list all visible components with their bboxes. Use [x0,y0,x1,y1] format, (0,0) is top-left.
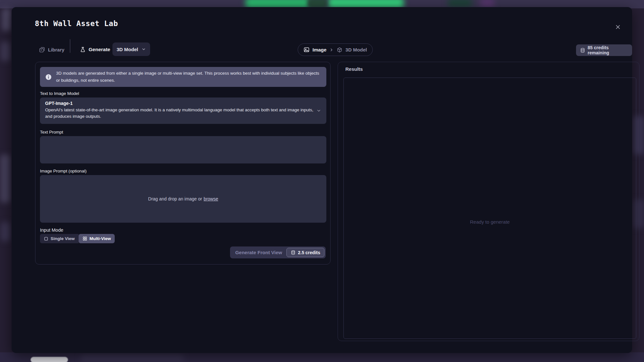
background-blob [0,154,10,203]
credits-badge[interactable]: 85 credits remaining [576,44,632,56]
info-icon [45,74,52,80]
results-empty-state: Ready to generate [470,192,510,225]
input-mode-toggle: Single View Multi-View [40,234,115,243]
results-viewport: Ready to generate [343,78,636,339]
tab-library-label: Library [48,47,64,52]
multi-view-label: Multi-View [90,236,111,241]
asset-type-selected: 3D Model [117,47,138,52]
background-blob [1,42,10,61]
info-banner-text: 3D models are generated from either a si… [56,70,320,84]
generate-button-label: Generate Front View [235,250,282,255]
background-blob [31,357,68,362]
nav-divider [70,39,70,53]
breadcrumb-step-image: Image [312,47,326,52]
model-select[interactable]: GPT-Image-1 OpenAI's latest state-of-the… [40,97,326,124]
input-mode-label: Input Mode [40,227,63,233]
browse-link[interactable]: browse [204,196,218,201]
coin-stack-icon [580,48,585,53]
asset-type-dropdown[interactable]: 3D Model [112,42,150,56]
info-banner: 3D models are generated from either a si… [40,67,326,87]
generate-cost-label: 2.5 credits [298,250,320,255]
generate-cost-pill: 2.5 credits [286,248,324,257]
library-icon [39,47,45,53]
results-title: Results [345,66,363,72]
cube-icon [337,47,342,53]
background-blob [81,354,184,362]
text-prompt-input[interactable] [40,136,326,163]
single-view-option[interactable]: Single View [40,234,79,243]
multi-view-option[interactable]: Multi-View [79,234,115,243]
dropzone-text: Drag and drop an image or [148,196,202,201]
credits-badge-label: 85 credits remaining [588,45,628,55]
model-name: GPT-Image-1 [45,101,313,106]
asset-lab-modal: 8th Wall Asset Lab Library [12,7,632,353]
chevron-down-icon [316,108,321,113]
square-outline-icon [44,237,48,241]
background-blob [2,8,11,31]
chevron-right-icon [329,48,334,52]
chevron-down-icon [141,47,146,51]
coin-stack-icon [291,250,296,255]
generation-form-panel: 3D models are generated from either a si… [35,62,331,265]
image-icon [303,47,310,53]
model-select-label: Text to Image Model [40,91,79,96]
results-panel: Results Ready to generate [338,62,639,341]
model-description: OpenAI's latest state-of-the-art image g… [45,107,313,120]
text-prompt-label: Text Prompt [40,130,63,135]
generate-front-view-button[interactable]: Generate Front View 2.5 credits [230,246,326,258]
page-title: 8th Wall Asset Lab [35,19,118,28]
single-view-label: Single View [51,236,75,241]
breadcrumb-step-3d-model: 3D Model [345,47,367,52]
tab-library[interactable]: Library [39,43,64,56]
tab-generate[interactable]: Generate [80,43,110,56]
image-dropzone[interactable]: Drag and drop an image or browse [40,175,326,223]
tab-generate-label: Generate [89,47,110,52]
grid-2x2-icon [82,236,87,241]
close-button[interactable] [613,22,623,32]
screen: 8th Wall Asset Lab Library [0,0,644,362]
background-blob [480,0,495,8]
background-blob [1,222,10,241]
close-icon [615,24,621,30]
image-prompt-label: Image Prompt (optional) [40,169,87,173]
flask-icon [80,47,86,52]
pipeline-breadcrumb[interactable]: Image 3D Model [298,43,373,56]
background-blob [448,0,472,8]
